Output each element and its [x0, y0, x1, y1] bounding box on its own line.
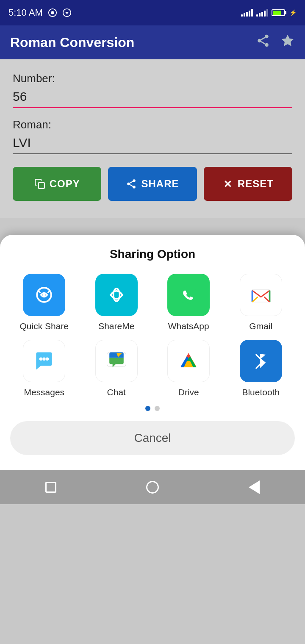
- chat-label: Chat: [107, 387, 126, 397]
- svg-rect-9: [38, 183, 44, 189]
- back-icon: [249, 480, 260, 494]
- app-bar: Roman Conversion: [0, 25, 305, 59]
- svg-point-4: [258, 39, 261, 43]
- back-button[interactable]: [244, 477, 265, 498]
- messages-label: Messages: [24, 387, 64, 397]
- whatsapp-label: WhatsApp: [168, 321, 209, 331]
- charging-indicator: ⚡: [289, 9, 297, 16]
- svg-line-14: [130, 181, 133, 183]
- nav-bar: [0, 470, 305, 504]
- notification-icon-2: [62, 8, 72, 17]
- svg-point-1: [51, 11, 54, 14]
- shareme-label: ShareMe: [98, 321, 134, 331]
- svg-point-5: [265, 43, 269, 47]
- svg-line-6: [261, 42, 265, 44]
- app-item-gmail[interactable]: Gmail: [227, 274, 295, 331]
- bluetooth-label: Bluetooth: [242, 387, 280, 397]
- svg-point-21: [39, 358, 42, 361]
- number-value: 56: [13, 89, 292, 108]
- svg-point-10: [133, 179, 136, 182]
- share-icon[interactable]: [256, 33, 270, 51]
- svg-point-22: [43, 358, 46, 361]
- svg-point-12: [133, 186, 136, 189]
- svg-point-23: [46, 358, 49, 361]
- copy-button[interactable]: COPY: [13, 167, 101, 201]
- app-item-whatsapp[interactable]: WhatsApp: [155, 274, 223, 331]
- notification-icon-1: [48, 8, 57, 17]
- copy-icon: [34, 178, 45, 189]
- status-time-area: 5:10 AM: [8, 7, 72, 18]
- quickshare-icon: [23, 274, 65, 316]
- svg-line-13: [130, 185, 133, 186]
- gmail-label: Gmail: [249, 321, 272, 331]
- app-item-bluetooth[interactable]: Bluetooth: [227, 340, 295, 397]
- home-icon: [146, 481, 159, 494]
- reset-button[interactable]: RESET: [204, 167, 292, 201]
- recent-apps-icon: [45, 482, 56, 493]
- time-display: 5:10 AM: [8, 7, 43, 18]
- dot-1: [145, 406, 150, 411]
- sharing-bottom-sheet: Sharing Option Quick Share: [0, 235, 305, 470]
- svg-point-3: [265, 35, 269, 39]
- whatsapp-icon: [167, 274, 210, 316]
- app-bar-actions: [256, 33, 295, 51]
- app-item-drive[interactable]: Drive: [155, 340, 223, 397]
- apps-grid: Quick Share ShareMe WhatsApp: [10, 274, 295, 397]
- star-icon[interactable]: [280, 33, 295, 51]
- svg-line-7: [261, 37, 265, 40]
- share-btn-icon: [126, 178, 137, 189]
- drive-icon: [167, 340, 210, 382]
- app-item-chat[interactable]: Chat: [83, 340, 151, 397]
- recent-apps-button[interactable]: [40, 477, 61, 498]
- svg-marker-8: [282, 35, 294, 46]
- share-button[interactable]: SHARE: [108, 167, 197, 201]
- signal-strength-1: [241, 9, 253, 17]
- dot-2: [155, 406, 160, 411]
- roman-value: LVI: [13, 136, 292, 154]
- battery-indicator: [272, 9, 285, 16]
- app-item-quickshare[interactable]: Quick Share: [10, 274, 78, 331]
- quickshare-label: Quick Share: [19, 321, 69, 331]
- bluetooth-icon: [240, 340, 282, 382]
- cancel-button[interactable]: Cancel: [10, 421, 295, 455]
- shareme-icon: [95, 274, 138, 316]
- drive-label: Drive: [178, 387, 199, 397]
- app-title: Roman Conversion: [10, 35, 134, 50]
- status-indicators: ⚡: [241, 9, 297, 17]
- page-indicator: [10, 406, 295, 411]
- svg-point-11: [128, 183, 130, 186]
- app-item-messages[interactable]: Messages: [10, 340, 78, 397]
- sharing-title: Sharing Option: [10, 247, 295, 261]
- chat-icon: [95, 340, 138, 382]
- status-bar: 5:10 AM ⚡: [0, 0, 305, 25]
- gmail-icon: [240, 274, 282, 316]
- main-content: Number: 56 Roman: LVI COPY SHARE RESET: [0, 59, 305, 218]
- number-label: Number:: [13, 72, 292, 85]
- action-buttons: COPY SHARE RESET: [13, 167, 292, 201]
- roman-label: Roman:: [13, 118, 292, 131]
- svg-point-18: [43, 293, 46, 296]
- messages-icon: [23, 340, 65, 382]
- home-button[interactable]: [142, 477, 163, 498]
- app-item-shareme[interactable]: ShareMe: [83, 274, 151, 331]
- signal-strength-2: [256, 9, 268, 17]
- reset-icon: [222, 178, 233, 189]
